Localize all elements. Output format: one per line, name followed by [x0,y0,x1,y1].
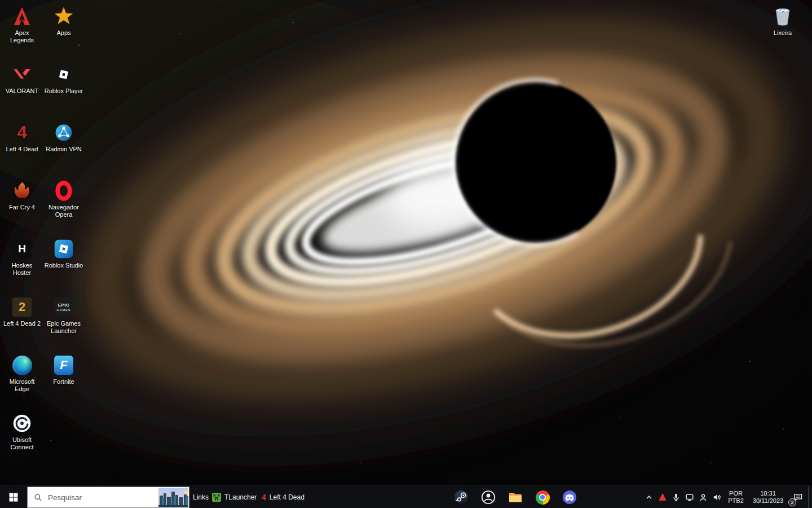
desktop-icon-opera[interactable]: Navegador Opera [43,178,85,236]
tray-chevron-button[interactable] [642,486,656,508]
ubisoft-connect-icon [11,412,33,435]
discord-button[interactable] [556,486,583,508]
apex-legends-icon [11,5,33,28]
epic-games-icon: EPIC GAMES [52,296,75,318]
clock-date: 30/11/2023 [753,497,783,505]
desktop-icon-left4dead[interactable]: 4 Left 4 Dead [1,120,43,178]
desktop-icon-recycle-bin[interactable]: Lixeira [765,3,801,37]
steam-icon [454,490,469,505]
desktop-icon-apex-legends[interactable]: Apex Legends [1,3,43,62]
desktop-icon-roblox-player[interactable]: Roblox Player [43,62,85,120]
fortnite-icon: F [52,354,75,376]
search-input[interactable] [47,493,152,502]
volume-icon [712,493,721,502]
links-toolbar-label[interactable]: Links [193,486,209,508]
farcry4-icon [11,179,33,202]
edge-icon [11,354,33,376]
display-icon [685,493,694,502]
start-button[interactable] [0,486,27,508]
show-desktop-button[interactable] [808,486,812,508]
clock[interactable]: 18:31 30/11/2023 [748,486,788,508]
tray-microphone-button[interactable] [669,486,683,508]
desktop-icon-ubisoft-connect[interactable]: Ubisoft Connect [1,410,43,468]
desktop-icon-grid: Apex Legends VALORANT 4 Left 4 Dead Far … [1,3,85,468]
discord-icon [562,490,577,505]
tlauncher-icon [212,493,221,502]
system-tray: POR PTB2 18:31 30/11/2023 2 [642,486,812,508]
roblox-studio-icon [52,238,75,260]
user-circle-app-button[interactable] [475,486,502,508]
notification-center-button[interactable]: 2 [788,486,808,508]
microphone-icon [672,493,681,502]
desktop-icon-farcry4[interactable]: Far Cry 4 [1,178,43,236]
valorant-icon [11,63,33,86]
left4dead-icon: 4 [11,121,33,144]
recycle-bin-icon [771,5,794,28]
steam-app-button[interactable] [448,486,475,508]
red-app-icon [658,493,667,502]
chevron-up-icon [645,493,654,502]
search-icon [34,493,42,502]
chrome-button[interactable] [529,486,556,508]
tray-display-button[interactable] [683,486,696,508]
chrome-icon [536,491,550,505]
opera-icon [52,179,75,202]
tray-volume-button[interactable] [710,486,723,508]
left4dead2-icon: 2 [11,296,33,318]
roblox-player-icon [52,63,75,86]
hoskes-hoster-icon: H [11,238,33,260]
clock-time: 18:31 [760,490,776,497]
desktop-icon-hoskes-hoster[interactable]: H Hoskes Hoster [1,236,43,294]
taskbar: Links TLauncher 4 Left 4 Dead [0,485,812,508]
language-indicator[interactable]: POR PTB2 [723,486,748,508]
remote-user-icon [699,493,708,502]
user-circle-icon [481,490,496,505]
radmin-vpn-icon [52,121,75,144]
notification-badge: 2 [788,498,796,506]
desktop-icon-fortnite[interactable]: F Fortnite [43,352,85,410]
toolbar-item-tlauncher[interactable]: TLauncher [208,486,261,508]
desktop-icon-epic-games[interactable]: EPIC GAMES Epic Games Launcher [43,294,85,352]
toolbar-item-left4dead[interactable]: 4 Left 4 Dead [257,486,309,508]
desktop-icon-microsoft-edge[interactable]: Microsoft Edge [1,352,43,410]
left4dead-icon: 4 [262,493,266,502]
tray-red-app-button[interactable] [656,486,669,508]
desktop-icon-valorant[interactable]: VALORANT [1,62,43,120]
search-highlight-image[interactable] [152,488,188,507]
file-explorer-icon [508,490,523,505]
file-explorer-button[interactable] [502,486,529,508]
desktop-icon-roblox-studio[interactable]: Roblox Studio [43,236,85,294]
desktop-icon-left4dead2[interactable]: 2 Left 4 Dead 2 [1,294,43,352]
taskbar-search[interactable] [27,487,189,508]
apps-star-icon [52,5,75,28]
desktop-icon-radmin-vpn[interactable]: Radmin VPN [43,120,85,178]
tray-remote-user-button[interactable] [696,486,710,508]
wallpaper-black-hole [0,0,812,508]
pinned-apps [448,486,583,508]
desktop-icon-apps[interactable]: Apps [43,3,85,62]
windows-logo-icon [9,493,18,502]
desktop-screen: { "colors": { "taskbar_bg": "#101114", "… [0,0,812,508]
